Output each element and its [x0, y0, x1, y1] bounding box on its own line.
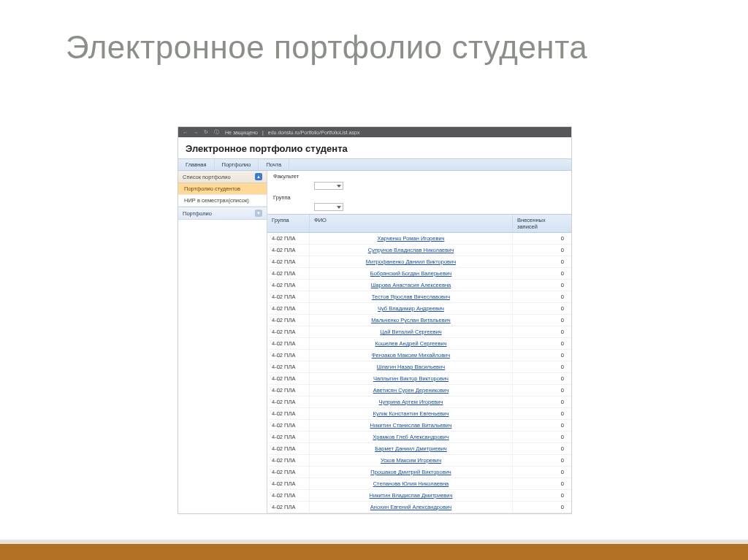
cell-count: 0 [513, 431, 571, 442]
cell-fio-link[interactable]: Фензаков Максим Михайлович [310, 350, 513, 361]
cell-group: 4-02 ПЛА [267, 350, 310, 361]
cell-count: 0 [513, 396, 571, 407]
cell-count: 0 [513, 373, 571, 384]
table-row: 4-02 ПЛАШарова Анастасия Алексеевна0 [267, 280, 571, 291]
cell-count: 0 [513, 502, 571, 513]
cell-fio-link[interactable]: Шпагин Назар Васильевич [310, 361, 513, 372]
cell-fio-link[interactable]: Митрофаненко Даниил Викторович [310, 256, 513, 267]
col-header-group[interactable]: Группа [267, 215, 310, 232]
cell-count: 0 [513, 245, 571, 256]
forward-icon[interactable]: → [193, 129, 199, 135]
cell-count: 0 [513, 443, 571, 454]
cell-count: 0 [513, 280, 571, 291]
cell-fio-link[interactable]: Бармет Даниил Дмитриевич [310, 443, 513, 454]
cell-count: 0 [513, 291, 571, 302]
table-row: 4-02 ПЛАШпагин Назар Васильевич0 [267, 361, 571, 373]
collapse-down-icon[interactable]: ▼ [255, 210, 262, 217]
cell-fio-link[interactable]: Бобрянский Богдан Валерьевич [310, 268, 513, 279]
cell-fio-link[interactable]: Чаплыгин Виктор Викторович [310, 373, 513, 384]
cell-group: 4-02 ПЛА [267, 478, 310, 489]
table-row: 4-02 ПЛАЧуприна Артем Игоревич0 [267, 396, 571, 408]
cell-group: 4-02 ПЛА [267, 408, 310, 419]
cell-fio-link[interactable]: Чуприна Артем Игоревич [310, 396, 513, 407]
cell-fio-link[interactable]: Усков Максим Игоревич [310, 455, 513, 466]
table-row: 4-02 ПЛАПрошаков Дмитрий Викторович0 [267, 467, 571, 478]
cell-group: 4-02 ПЛА [267, 315, 310, 326]
cell-fio-link[interactable]: Храмков Глеб Александрович [310, 431, 513, 442]
cell-fio-link[interactable]: Тестов Ярослав Вячеславович [310, 291, 513, 302]
cell-fio-link[interactable]: Никитин Станислав Витальевич [310, 420, 513, 431]
cell-count: 0 [513, 455, 571, 466]
sidebar-item-student-portfolio[interactable]: Портфолио студентов [178, 183, 267, 195]
cell-group: 4-02 ПЛА [267, 431, 310, 442]
cell-group: 4-02 ПЛА [267, 396, 310, 407]
cell-group: 4-02 ПЛА [267, 455, 310, 466]
cell-count: 0 [513, 326, 571, 337]
cell-fio-link[interactable]: Степанова Юлия Николаевна [310, 478, 513, 489]
table-row: 4-02 ПЛАТестов Ярослав Вячеславович0 [267, 291, 571, 303]
cell-group: 4-02 ПЛА [267, 245, 310, 256]
cell-fio-link[interactable]: Анохин Евгений Александрович [310, 502, 513, 513]
table-row: 4-02 ПЛАЧуб Владимир Андреевич0 [267, 303, 571, 315]
sidebar-footer[interactable]: Портфолио ▼ [178, 207, 267, 220]
col-header-fio[interactable]: ФИО [310, 215, 513, 232]
filter-faculty-row: Факультет [267, 171, 571, 182]
cell-fio-link[interactable]: Харченко Роман Игоревич [310, 233, 513, 244]
grid-header: Группа ФИО Внесенных записей [267, 214, 571, 233]
table-row: 4-02 ПЛАКошелев Андрей Сергеевич0 [267, 338, 571, 350]
faculty-select[interactable] [314, 182, 343, 190]
cell-count: 0 [513, 268, 571, 279]
tab-mail[interactable]: Почта [259, 159, 289, 170]
cell-group: 4-02 ПЛА [267, 338, 310, 349]
cell-fio-link[interactable]: Мальченко Руслан Витальевич [310, 315, 513, 326]
cell-group: 4-02 ПЛА [267, 385, 310, 396]
page-title: Электронное портфолио студента [178, 137, 571, 158]
tab-main[interactable]: Главная [178, 159, 215, 170]
cell-count: 0 [513, 256, 571, 267]
back-icon[interactable]: ← [183, 129, 188, 135]
cell-fio-link[interactable]: Кошелев Андрей Сергеевич [310, 338, 513, 349]
slide-footer-bar [0, 544, 748, 560]
reload-icon[interactable]: ↻ [203, 129, 209, 135]
cell-fio-link[interactable]: Чуб Владимир Андреевич [310, 303, 513, 314]
collapse-up-icon[interactable]: ▲ [255, 173, 262, 180]
cell-group: 4-02 ПЛА [267, 256, 310, 267]
cell-fio-link[interactable]: Аветисян Сурен Дереникович [310, 385, 513, 396]
sidebar-header-label: Список портфолио [183, 174, 231, 180]
browser-screenshot: ← → ↻ ⓘ Не защищено | edu.donstu.ru/Port… [178, 126, 572, 514]
cell-count: 0 [513, 233, 571, 244]
cell-group: 4-02 ПЛА [267, 420, 310, 431]
group-select[interactable] [314, 203, 343, 211]
cell-count: 0 [513, 315, 571, 326]
cell-fio-link[interactable]: Цай Виталий Сергеевич [310, 326, 513, 337]
table-row: 4-02 ПЛАХарченко Роман Игоревич0 [267, 233, 571, 245]
table-row: 4-02 ПЛАХрамков Глеб Александрович0 [267, 431, 571, 443]
sidebar-item-nir[interactable]: НИР в семестрах(список) [178, 195, 267, 207]
group-label: Группа [273, 194, 291, 201]
tab-portfolio[interactable]: Портфолио [215, 159, 259, 170]
grid-body: 4-02 ПЛАХарченко Роман Игоревич04-02 ПЛА… [267, 233, 571, 513]
address-bar[interactable]: edu.donstu.ru/Portfolio/PortfolioList.as… [268, 130, 567, 135]
col-header-count[interactable]: Внесенных записей [513, 215, 571, 232]
table-row: 4-02 ПЛАКулик Константин Евгеньевич0 [267, 408, 571, 420]
table-row: 4-02 ПЛАСупрунов Владислав Николаевич0 [267, 245, 571, 256]
cell-count: 0 [513, 408, 571, 419]
cell-group: 4-02 ПЛА [267, 326, 310, 337]
cell-fio-link[interactable]: Супрунов Владислав Николаевич [310, 245, 513, 256]
filter-group-row: Группа [267, 192, 571, 203]
cell-fio-link[interactable]: Никитин Владислав Дмитриевич [310, 490, 513, 501]
table-row: 4-02 ПЛАФензаков Максим Михайлович0 [267, 350, 571, 361]
cell-count: 0 [513, 350, 571, 361]
cell-fio-link[interactable]: Прошаков Дмитрий Викторович [310, 467, 513, 477]
cell-fio-link[interactable]: Кулик Константин Евгеньевич [310, 408, 513, 419]
cell-group: 4-02 ПЛА [267, 303, 310, 314]
slide-title: Электронное портфолио студента [66, 29, 587, 66]
sidebar-footer-label: Портфолио [183, 210, 212, 217]
cell-fio-link[interactable]: Шарова Анастасия Алексеевна [310, 280, 513, 291]
cell-count: 0 [513, 361, 571, 372]
sidebar-header[interactable]: Список портфолио ▲ [178, 171, 267, 183]
table-row: 4-02 ПЛАМальченко Руслан Витальевич0 [267, 315, 571, 326]
browser-chrome: ← → ↻ ⓘ Не защищено | edu.donstu.ru/Port… [178, 127, 571, 137]
cell-group: 4-02 ПЛА [267, 443, 310, 454]
cell-group: 4-02 ПЛА [267, 268, 310, 279]
